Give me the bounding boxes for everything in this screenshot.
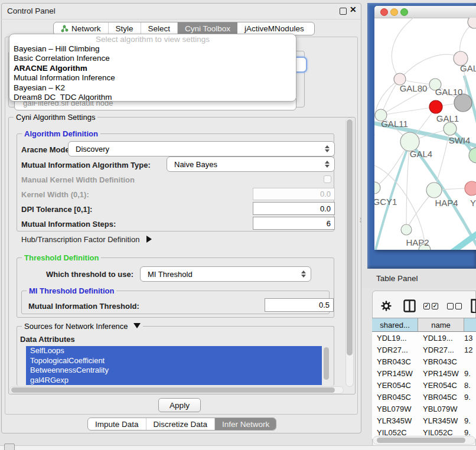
node-label: Y xyxy=(470,198,476,208)
bottom-strip xyxy=(0,445,476,450)
document-icon-partial[interactable] xyxy=(471,299,476,313)
list-vertical-scrollbar[interactable] xyxy=(324,347,329,380)
spinner-arrows-icon xyxy=(325,161,330,168)
apply-button[interactable]: Apply xyxy=(158,398,201,412)
cell-name: YDL19... xyxy=(423,334,464,343)
which-threshold-label: Which threshold to use: xyxy=(46,270,133,279)
kernel-width-label: Kernel Width (0,1): xyxy=(21,190,89,199)
tab-select-label: Select xyxy=(148,24,171,33)
node-hap4[interactable] xyxy=(426,182,442,198)
gear-icon[interactable] xyxy=(381,301,392,311)
table-row[interactable]: YBL079WYBL079W xyxy=(372,403,476,415)
close-icon[interactable]: ✕ xyxy=(350,5,357,14)
network-canvas[interactable]: GAL GAL80 GAL10 GAL1 GAL11 SWI4 GAL4 GCY… xyxy=(374,18,476,250)
network-window-titlebar[interactable] xyxy=(374,6,476,18)
deselect-all-checkbox-icon[interactable] xyxy=(455,303,462,309)
node-y-cut[interactable] xyxy=(465,181,476,195)
tab-discretize-data-label: Discretize Data xyxy=(154,420,208,429)
tab-jactivemnodules[interactable]: jActiveMNodules xyxy=(237,22,311,35)
network-view-window[interactable]: GAL GAL80 GAL10 GAL1 GAL11 SWI4 GAL4 GCY… xyxy=(374,6,476,250)
table-row[interactable]: YPR145WYPR145W9. xyxy=(372,367,476,379)
panel-divider-grip[interactable]: ›‹ xyxy=(360,217,363,223)
node-swi4[interactable] xyxy=(444,122,457,135)
dropdown-item-bayesian-hill-climbing[interactable]: Bayesian – Hill Climbing xyxy=(9,44,296,54)
deselect-all-checkbox-icon[interactable] xyxy=(447,303,454,309)
table-row[interactable]: YBR045CYBR045C9. xyxy=(372,391,476,403)
node-hap2[interactable] xyxy=(401,224,412,235)
kernel-width-field[interactable]: 0.0 xyxy=(253,188,335,200)
column-header-label: shared... xyxy=(380,321,410,330)
tab-style[interactable]: Style xyxy=(109,22,141,35)
column-header-name[interactable]: name xyxy=(418,318,464,332)
cell-value: 9. xyxy=(464,393,476,402)
dropdown-item-bayesian-k2[interactable]: Bayesian – K2 xyxy=(9,83,296,93)
zoom-traffic-light-icon[interactable] xyxy=(400,8,408,16)
node-label: HAP4 xyxy=(435,198,458,208)
aracne-mode-combobox[interactable]: Discovery xyxy=(68,141,335,156)
node-red-gal1[interactable] xyxy=(429,100,442,113)
float-window-icon[interactable] xyxy=(340,8,347,15)
mi-type-label: Mutual Information Algorithm Type: xyxy=(21,161,151,169)
dropdown-item-mutual-information[interactable]: Mutual Information Inference xyxy=(9,73,296,83)
expander-collapsed-icon xyxy=(146,236,152,243)
close-traffic-light-icon[interactable] xyxy=(380,8,388,16)
mi-threshold-group-title: MI Threshold Definition xyxy=(27,286,116,295)
mi-type-combobox[interactable]: Naive Bayes xyxy=(167,156,335,172)
tab-impute-data[interactable]: Impute Data xyxy=(88,418,146,430)
table-row[interactable]: YLR345WYLR345W9. xyxy=(372,415,476,426)
list-item-gal4rgexp[interactable]: gal4RGexp xyxy=(26,376,322,386)
select-all-checkbox-icon[interactable]: ✓ xyxy=(423,303,430,309)
sources-group-title[interactable]: Sources for Network Inference xyxy=(22,322,143,331)
tab-cyni-toolbox-label: Cyni Toolbox xyxy=(185,24,230,33)
data-attributes-label: Data Attributes xyxy=(20,335,75,344)
column-header-label: name xyxy=(431,321,451,330)
table-row[interactable]: YBR043CYBR043C xyxy=(372,356,476,367)
column-header-partial[interactable] xyxy=(464,318,476,332)
node-label: GAL1 xyxy=(436,113,459,123)
split-panel-icon[interactable] xyxy=(403,299,416,312)
edge xyxy=(392,18,413,79)
cell-shared-name: YDL19... xyxy=(372,334,423,343)
table-row[interactable]: YDL19...YDL19...13 xyxy=(372,332,476,344)
dpi-tolerance-field[interactable]: 0.0 xyxy=(253,202,335,215)
which-threshold-combobox[interactable]: MI Threshold xyxy=(140,266,311,282)
list-item-selfloops[interactable]: SelfLoops xyxy=(26,346,322,356)
table-row[interactable]: YDR27...YDR27...12 xyxy=(372,344,476,356)
settings-hscroll-thumb[interactable] xyxy=(11,387,335,393)
network-icon xyxy=(61,25,69,32)
dropdown-item-aracne[interactable]: ARACNE Algorithm xyxy=(9,64,296,73)
collapsed-panel-button[interactable] xyxy=(4,444,15,450)
dropdown-item-dream8[interactable]: Dream8 DC_TDC Algorithm xyxy=(9,93,296,102)
list-item-betweennesscentrality[interactable]: BetweennessCentrality xyxy=(26,366,322,376)
aracne-mode-label: Aracne Mode: xyxy=(21,145,72,154)
table-hscroll-thumb[interactable] xyxy=(377,438,465,443)
dropdown-item-basic-correlation[interactable]: Basic Correlation Inference xyxy=(9,54,296,63)
aracne-mode-value: Discovery xyxy=(76,145,325,154)
edge xyxy=(400,54,461,79)
tab-select[interactable]: Select xyxy=(141,22,178,35)
table-row[interactable]: YER054CYER054C8. xyxy=(372,379,476,391)
mi-steps-value: 6 xyxy=(327,219,331,228)
settings-vscroll-thumb[interactable] xyxy=(347,119,353,356)
hub-expander[interactable]: Hub/Transcription Factor Definition xyxy=(21,235,152,244)
tab-cyni-toolbox[interactable]: Cyni Toolbox xyxy=(178,22,237,35)
mi-threshold-field[interactable]: 0.5 xyxy=(265,298,334,312)
spinner-arrows-icon xyxy=(301,270,306,278)
cell-shared-name: YER054C xyxy=(372,381,423,390)
sources-group-title-label: Sources for Network Inference xyxy=(24,322,128,331)
tab-discretize-data[interactable]: Discretize Data xyxy=(146,418,216,430)
algorithm-definition-title: Algorithm Definition xyxy=(22,129,100,138)
mi-threshold-label: Mutual Information Threshold: xyxy=(28,302,139,311)
cell-name: YLR345W xyxy=(423,416,464,425)
mi-steps-field[interactable]: 6 xyxy=(253,217,335,230)
node-label: GCY1 xyxy=(374,197,397,207)
tab-network[interactable]: Network xyxy=(54,22,109,35)
manual-kernel-checkbox[interactable] xyxy=(324,175,331,183)
minimize-traffic-light-icon[interactable] xyxy=(390,8,398,16)
list-item-topologicalcoefficient[interactable]: TopologicalCoefficient xyxy=(26,356,322,366)
hub-expander-label: Hub/Transcription Factor Definition xyxy=(21,235,139,244)
tab-infer-network[interactable]: Infer Network xyxy=(215,418,276,430)
cell-name: YER054C xyxy=(423,381,464,390)
select-all-checkbox-icon[interactable]: ✓ xyxy=(432,303,438,309)
column-header-shared-name[interactable]: shared... xyxy=(372,318,418,332)
